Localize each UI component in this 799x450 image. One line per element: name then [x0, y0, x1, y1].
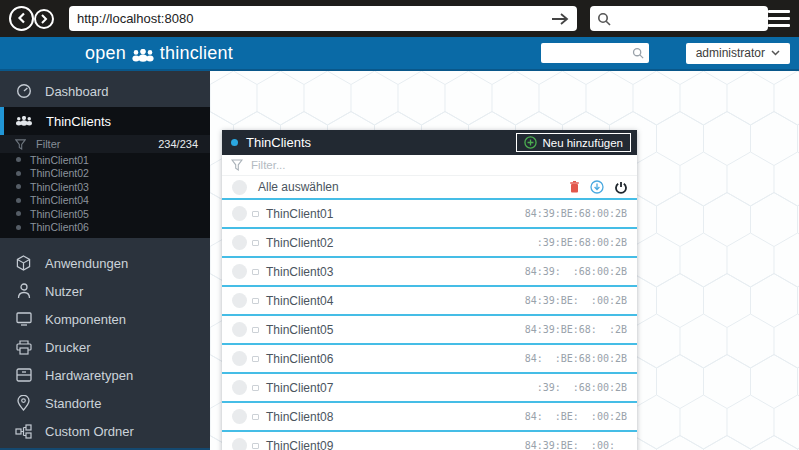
- client-mac: 84:39:BE: :00:: [525, 440, 627, 450]
- client-name: ThinClient04: [266, 294, 333, 308]
- chevron-down-icon: [771, 50, 780, 56]
- sidebar-item-label: Standorte: [45, 396, 101, 411]
- select-all-checkbox[interactable]: [232, 180, 247, 195]
- logo-thinclient-text: thinclient: [160, 43, 233, 64]
- user-menu-button[interactable]: administrator: [686, 43, 790, 64]
- table-row[interactable]: ThinClient0984:39:BE: :00:: [222, 432, 637, 450]
- table-row[interactable]: ThinClient0184:39:BE:68:00:2B: [222, 200, 637, 229]
- table-row[interactable]: ThinClient0584:39:BE:68: :2B: [222, 316, 637, 345]
- client-label: ThinClient04: [30, 194, 89, 206]
- row-checkbox[interactable]: [232, 351, 247, 366]
- client-mac: 84:39:BE:68:00:2B: [525, 208, 627, 219]
- sidebar-item-label: Hardwaretypen: [45, 368, 133, 383]
- row-checkbox[interactable]: [232, 409, 247, 424]
- sidebar-item-standorte[interactable]: Standorte: [0, 389, 210, 417]
- package-icon: [15, 255, 32, 271]
- hamburger-menu-icon[interactable]: [768, 10, 790, 27]
- power-icon[interactable]: [615, 181, 627, 194]
- client-dot-icon: [16, 171, 21, 176]
- go-arrow-icon[interactable]: [551, 12, 569, 26]
- client-name: ThinClient02: [266, 236, 333, 250]
- sidebar-item-drucker[interactable]: Drucker: [0, 333, 210, 361]
- app-search-input[interactable]: [546, 47, 632, 59]
- row-checkbox[interactable]: [232, 380, 247, 395]
- browser-search-input[interactable]: [617, 12, 772, 26]
- sidebar-client-item[interactable]: ThinClient01: [0, 153, 210, 167]
- row-checkbox[interactable]: [232, 438, 247, 450]
- sidebar-item-thinclients[interactable]: ThinClients: [0, 107, 210, 135]
- sidebar-item-custom-ordner[interactable]: Custom Ordner: [0, 417, 210, 445]
- app-search-field[interactable]: [541, 43, 649, 63]
- sidebar-client-item[interactable]: ThinClient05: [0, 207, 210, 221]
- filter-icon: [231, 159, 243, 171]
- user-menu-label: administrator: [696, 46, 765, 60]
- sidebar-menu: Anwendungen Nutzer Komponenten Drucker: [0, 249, 210, 450]
- client-name: ThinClient09: [266, 439, 333, 450]
- sidebar-item-anwendungen[interactable]: Anwendungen: [0, 249, 210, 277]
- user-icon: [15, 283, 32, 299]
- sidebar-client-item[interactable]: ThinClient02: [0, 167, 210, 181]
- sidebar-client-item[interactable]: ThinClient04: [0, 194, 210, 208]
- add-new-button[interactable]: Neu hinzufügen: [516, 133, 631, 152]
- device-icon: [252, 269, 259, 275]
- row-checkbox[interactable]: [232, 235, 247, 250]
- sidebar-item-komponenten[interactable]: Komponenten: [0, 305, 210, 333]
- device-icon: [252, 211, 259, 217]
- delete-icon[interactable]: [570, 181, 579, 193]
- openthinclient-logo: open thinclient: [85, 43, 233, 64]
- dashboard-icon: [15, 83, 32, 99]
- sidebar-filter-label: Filter: [36, 138, 60, 150]
- people-icon: [131, 49, 155, 62]
- client-mac: 84: :BE: :00:2B: [525, 411, 627, 422]
- browser-search-field[interactable]: [590, 6, 768, 31]
- filter-count: 234/234: [158, 138, 198, 150]
- list-filter-bar[interactable]: [222, 155, 637, 176]
- hardware-box-icon: [15, 368, 32, 382]
- device-icon: [252, 356, 259, 362]
- client-name: ThinClient03: [266, 265, 333, 279]
- sidebar-item-label: Komponenten: [45, 312, 126, 327]
- row-checkbox[interactable]: [232, 206, 247, 221]
- client-label: ThinClient01: [30, 154, 89, 166]
- client-name: ThinClient01: [266, 207, 333, 221]
- download-icon[interactable]: [590, 180, 604, 194]
- client-name: ThinClient07: [266, 381, 333, 395]
- client-dot-icon: [16, 211, 21, 216]
- table-row[interactable]: ThinClient0684: :BE:68:00:2B: [222, 345, 637, 374]
- browser-chrome-bar: [0, 0, 799, 37]
- sidebar-client-item[interactable]: ThinClient06: [0, 221, 210, 235]
- thinclients-icon: [15, 116, 33, 126]
- device-icon: [252, 240, 259, 246]
- table-row[interactable]: ThinClient02 :39:BE:68:00:2B: [222, 229, 637, 258]
- search-icon: [632, 47, 644, 59]
- table-row[interactable]: ThinClient07 :39: :68:00:2B: [222, 374, 637, 403]
- row-checkbox[interactable]: [232, 264, 247, 279]
- sidebar-filter-row[interactable]: Filter 234/234: [0, 135, 210, 153]
- forward-button[interactable]: [34, 9, 54, 29]
- sidebar-item-label: Drucker: [45, 340, 91, 355]
- sidebar-client-item[interactable]: ThinClient03: [0, 180, 210, 194]
- chevron-left-icon: [17, 12, 27, 24]
- app-header: open thinclient administrator: [0, 37, 799, 71]
- device-icon: [252, 414, 259, 420]
- thinclients-section: ThinClients Filter 234/234 ThinClient01 …: [0, 107, 210, 238]
- client-mac: 84:39: :68:00:2B: [525, 266, 627, 277]
- row-checkbox[interactable]: [232, 322, 247, 337]
- client-label: ThinClient03: [30, 181, 89, 193]
- table-row[interactable]: ThinClient0884: :BE: :00:2B: [222, 403, 637, 432]
- row-checkbox[interactable]: [232, 293, 247, 308]
- client-mac: 84:39:BE:68: :2B: [525, 324, 627, 335]
- client-dot-icon: [16, 225, 21, 230]
- sidebar-item-label: Custom Ordner: [45, 424, 134, 439]
- sitemap-icon: [15, 424, 32, 439]
- plus-circle-icon: [524, 136, 537, 149]
- url-input[interactable]: [77, 11, 551, 26]
- back-button[interactable]: [9, 6, 34, 31]
- sidebar-item-nutzer[interactable]: Nutzer: [0, 277, 210, 305]
- list-filter-input[interactable]: [251, 159, 628, 171]
- table-row[interactable]: ThinClient0384:39: :68:00:2B: [222, 258, 637, 287]
- sidebar-item-dashboard[interactable]: Dashboard: [0, 77, 210, 105]
- table-row[interactable]: ThinClient0484:39:BE: :00:2B: [222, 287, 637, 316]
- address-bar[interactable]: [69, 6, 577, 31]
- sidebar-item-hardwaretypen[interactable]: Hardwaretypen: [0, 361, 210, 389]
